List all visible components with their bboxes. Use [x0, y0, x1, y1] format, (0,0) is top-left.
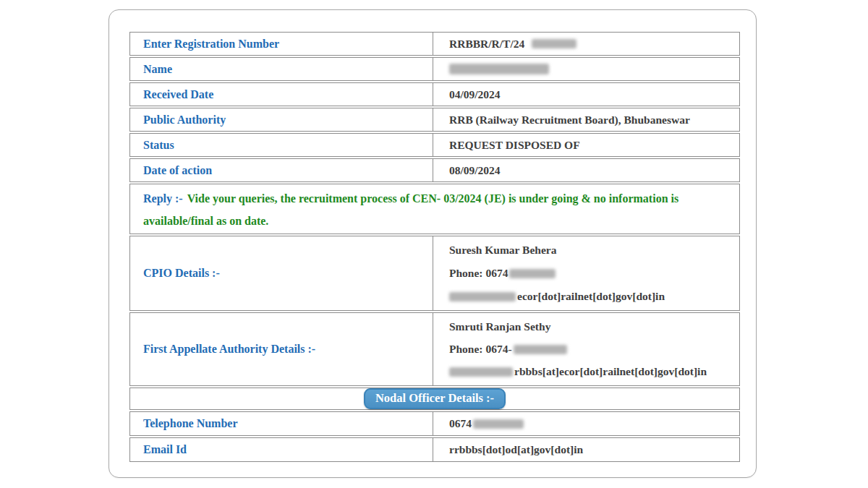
- row-label: Date of action: [130, 159, 433, 181]
- row-value: REQUEST DISPOSED OF: [433, 134, 739, 156]
- row-value: RRB (Railway Recruitment Board), Bhubane…: [433, 108, 739, 131]
- cpio-name: Suresh Kumar Behera: [449, 244, 732, 257]
- row-label: Telephone Number: [130, 412, 433, 435]
- redacted-text: [514, 345, 567, 354]
- row-value: RRBBR/R/T/24: [433, 33, 739, 55]
- table-row-nodal-officer-header: Nodal Officer Details :-: [129, 388, 740, 410]
- row-label: Status: [130, 134, 433, 156]
- row-label: First Appellate Authority Details :-: [130, 313, 433, 385]
- row-label: Name: [130, 58, 433, 80]
- faa-email: rbbbs[at]ecor[dot]railnet[dot]gov[dot]in: [449, 365, 732, 378]
- cpio-contact-block: Suresh Kumar Behera Phone: 0674 ecor[dot…: [433, 236, 739, 310]
- redacted-text: [449, 64, 549, 74]
- row-value: rrbbbs[dot]od[at]gov[dot]in: [433, 438, 739, 461]
- table-row-name: Name: [129, 57, 740, 81]
- table-row-public-authority: Public Authority RRB (Railway Recruitmen…: [129, 108, 740, 132]
- registration-number: RRBBR/R/T/24: [449, 38, 524, 51]
- rti-status-table: Enter Registration Number RRBBR/R/T/24 N…: [129, 32, 740, 462]
- row-value: 08/09/2024: [433, 159, 739, 181]
- row-label: Enter Registration Number: [130, 33, 433, 55]
- reply-label: Reply :-: [143, 192, 183, 205]
- redacted-text: [509, 269, 556, 278]
- row-label: Public Authority: [130, 108, 433, 131]
- table-row-cpio-details: CPIO Details :- Suresh Kumar Behera Phon…: [129, 236, 740, 311]
- reply-text: Vide your queries, the recruitment proce…: [143, 192, 678, 227]
- row-label: CPIO Details :-: [130, 236, 433, 310]
- telephone-number: 0674: [449, 417, 472, 430]
- row-label: Received Date: [130, 83, 433, 106]
- table-row-date-of-action: Date of action 08/09/2024: [129, 158, 740, 182]
- table-row-telephone: Telephone Number 0674: [129, 411, 740, 436]
- row-value: 0674: [433, 412, 739, 435]
- table-row-email: Email Id rrbbbs[dot]od[at]gov[dot]in: [129, 437, 740, 462]
- row-value: 04/09/2024: [433, 83, 739, 106]
- table-row-reply: Reply :-Vide your queries, the recruitme…: [129, 184, 740, 234]
- table-row-received-date: Received Date 04/09/2024: [129, 82, 740, 106]
- cpio-phone: Phone: 0674: [449, 267, 732, 280]
- table-row-registration: Enter Registration Number RRBBR/R/T/24: [129, 32, 740, 56]
- row-value: [433, 58, 739, 80]
- redacted-text: [449, 367, 513, 377]
- faa-phone: Phone: 0674-: [449, 343, 732, 356]
- table-row-status: Status REQUEST DISPOSED OF: [129, 133, 740, 157]
- row-label: Email Id: [130, 438, 433, 461]
- cpio-email: ecor[dot]railnet[dot]gov[dot]in: [449, 290, 732, 303]
- table-row-first-appellate-authority: First Appellate Authority Details :- Smr…: [129, 312, 740, 386]
- faa-name: Smruti Ranjan Sethy: [449, 320, 732, 333]
- redacted-text: [473, 419, 524, 429]
- redacted-text: [449, 292, 516, 301]
- faa-contact-block: Smruti Ranjan Sethy Phone: 0674- rbbbs[a…: [433, 313, 739, 385]
- rti-status-panel: Enter Registration Number RRBBR/R/T/24 N…: [109, 9, 757, 478]
- redacted-text: [532, 39, 576, 48]
- nodal-officer-badge: Nodal Officer Details :-: [364, 388, 506, 409]
